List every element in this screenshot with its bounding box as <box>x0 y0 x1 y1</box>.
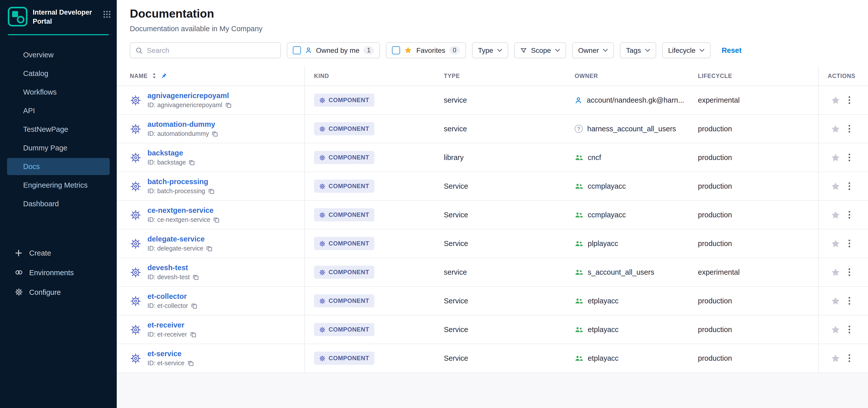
copy-icon[interactable] <box>191 303 197 309</box>
favorite-star-icon[interactable] <box>831 95 840 105</box>
kind-label: COMPONENT <box>329 183 369 190</box>
sidebar-item-testnewpage[interactable]: TestNewPage <box>7 121 110 138</box>
kebab-menu-icon[interactable] <box>848 211 850 219</box>
kind-chip: COMPONENT <box>314 122 374 135</box>
app-title: Internal Developer Portal <box>33 6 98 26</box>
kebab-menu-icon[interactable] <box>848 325 850 334</box>
copy-icon[interactable] <box>208 188 214 194</box>
gear-icon <box>319 326 326 333</box>
favorite-star-icon[interactable] <box>831 268 840 277</box>
column-header-name[interactable]: NAME <box>117 66 305 86</box>
favorite-star-icon[interactable] <box>831 296 840 306</box>
column-header-actions: ACTIONS <box>818 66 868 86</box>
column-header-lifecycle[interactable]: LIFECYCLE <box>689 66 818 86</box>
entity-name-link[interactable]: et-collector <box>148 292 197 300</box>
owner-value[interactable]: account/nandeesh.gk@harn... <box>587 96 684 104</box>
owned-by-me-label: Owned by me <box>316 46 360 54</box>
entity-name-link[interactable]: automation-dummy <box>148 120 218 128</box>
create-button[interactable]: Create <box>7 245 110 261</box>
main-content: Documentation Documentation available in… <box>117 0 868 408</box>
environments-button[interactable]: Environments <box>7 263 110 281</box>
entity-name-link[interactable]: backstage <box>148 149 195 157</box>
configure-button[interactable]: Configure <box>7 283 110 301</box>
dropdown-type[interactable]: Type <box>472 42 508 58</box>
kebab-menu-icon[interactable] <box>848 354 850 362</box>
dropdown-scope[interactable]: Scope <box>514 42 566 58</box>
owner-value[interactable]: etplayacc <box>588 325 619 334</box>
column-header-kind[interactable]: KIND <box>305 66 435 86</box>
favorites-filter[interactable]: Favorites 0 <box>386 42 466 58</box>
column-header-type[interactable]: TYPE <box>435 66 566 86</box>
favorite-star-icon[interactable] <box>831 181 840 191</box>
entity-id-text: ID: et-service <box>148 360 184 367</box>
entity-name-link[interactable]: delegate-service <box>148 235 212 243</box>
copy-icon[interactable] <box>212 131 218 137</box>
entity-name-link[interactable]: batch-processing <box>148 178 214 186</box>
favorite-star-icon[interactable] <box>831 325 840 334</box>
owned-by-me-checkbox[interactable] <box>293 46 301 54</box>
copy-icon[interactable] <box>206 246 212 252</box>
entity-name-link[interactable]: agnivagenericrepoyaml <box>148 92 231 100</box>
help-icon: ? <box>575 125 583 133</box>
sidebar-item-workflows[interactable]: Workflows <box>7 84 110 101</box>
copy-icon[interactable] <box>193 274 199 280</box>
owner-value[interactable]: etplayacc <box>588 297 619 305</box>
dropdown-owner[interactable]: Owner <box>572 42 614 58</box>
column-header-owner[interactable]: OWNER <box>566 66 689 86</box>
table-row: backstage ID: backstage <box>117 144 868 172</box>
reset-filters-link[interactable]: Reset <box>721 46 741 54</box>
owner-value[interactable]: plplayacc <box>588 240 618 248</box>
favorite-star-icon[interactable] <box>831 124 840 133</box>
column-label-name: NAME <box>130 73 148 79</box>
apps-grid-icon[interactable] <box>103 6 111 20</box>
owner-value[interactable]: s_account_all_users <box>588 268 654 276</box>
copy-icon[interactable] <box>189 159 195 165</box>
entity-name-link[interactable]: et-service <box>148 350 193 358</box>
copy-icon[interactable] <box>187 360 193 366</box>
entity-name-link[interactable]: devesh-test <box>148 263 199 272</box>
kebab-menu-icon[interactable] <box>848 96 850 104</box>
sidebar-item-catalog[interactable]: Catalog <box>7 65 110 82</box>
copy-icon[interactable] <box>225 102 231 108</box>
sidebar-item-api[interactable]: API <box>7 102 110 119</box>
kebab-menu-icon[interactable] <box>848 182 850 190</box>
docs-table: NAME KIND TYPE <box>117 66 868 373</box>
sidebar-item-dummy-page[interactable]: Dummy Page <box>7 139 110 156</box>
owned-by-me-filter[interactable]: Owned by me 1 <box>287 42 380 58</box>
sort-icon[interactable] <box>152 72 156 79</box>
kind-chip: COMPONENT <box>314 323 374 336</box>
favorites-checkbox[interactable] <box>392 46 400 54</box>
type-value: Service <box>444 182 468 190</box>
sidebar-item-label: Engineering Metrics <box>23 181 88 189</box>
owner-value[interactable]: ccmplayacc <box>588 211 626 219</box>
kebab-menu-icon[interactable] <box>848 125 850 133</box>
sidebar-item-dashboard[interactable]: Dashboard <box>7 195 110 212</box>
dropdown-lifecycle[interactable]: Lifecycle <box>662 42 711 58</box>
entity-id-text: ID: agnivagenericrepoyaml <box>148 102 222 109</box>
copy-icon[interactable] <box>190 332 196 338</box>
kebab-menu-icon[interactable] <box>848 297 850 305</box>
search-box[interactable] <box>130 42 281 58</box>
entity-name-link[interactable]: et-receiver <box>148 321 196 329</box>
favorite-star-icon[interactable] <box>831 210 840 220</box>
kebab-menu-icon[interactable] <box>848 153 850 161</box>
copy-icon[interactable] <box>213 217 219 223</box>
sidebar-item-engineering-metrics[interactable]: Engineering Metrics <box>7 177 110 194</box>
owner-value[interactable]: ccmplayacc <box>588 182 626 190</box>
favorite-star-icon[interactable] <box>831 239 840 248</box>
owner-value[interactable]: cncf <box>588 153 601 161</box>
kebab-menu-icon[interactable] <box>848 268 850 276</box>
sidebar-item-overview[interactable]: Overview <box>7 46 110 63</box>
entity-name-link[interactable]: ce-nextgen-service <box>148 206 219 214</box>
dropdown-tags[interactable]: Tags <box>620 42 656 58</box>
favorite-star-icon[interactable] <box>831 153 840 162</box>
sidebar-item-docs[interactable]: Docs <box>7 158 110 175</box>
type-value: Service <box>444 325 468 334</box>
kebab-menu-icon[interactable] <box>848 240 850 248</box>
owner-value[interactable]: etplayacc <box>588 354 619 362</box>
search-input[interactable] <box>147 46 275 54</box>
owner-value[interactable]: harness_account_all_users <box>587 125 676 133</box>
favorite-star-icon[interactable] <box>831 353 840 363</box>
pin-icon[interactable] <box>160 72 167 79</box>
kind-label: COMPONENT <box>329 125 369 132</box>
